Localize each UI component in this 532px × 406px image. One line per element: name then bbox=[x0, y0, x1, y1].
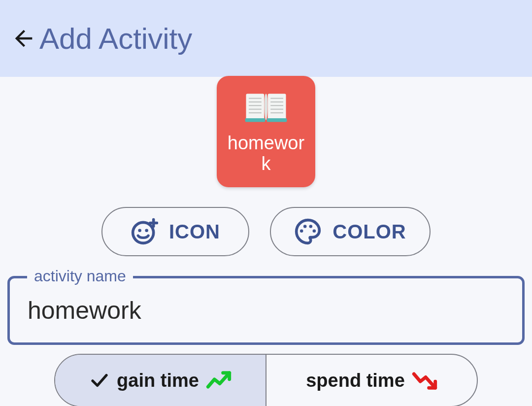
back-button[interactable] bbox=[10, 25, 37, 52]
segment-gain-time[interactable]: gain time bbox=[55, 355, 266, 406]
trend-up-icon bbox=[206, 368, 232, 393]
svg-rect-2 bbox=[245, 118, 265, 122]
time-type-segmented: gain time spend time bbox=[54, 354, 478, 406]
segment-gain-label: gain time bbox=[117, 370, 199, 391]
page-title: Add Activity bbox=[39, 22, 192, 56]
color-button-label: COLOR bbox=[332, 221, 406, 243]
activity-preview-card: homework bbox=[217, 76, 315, 187]
svg-rect-3 bbox=[267, 118, 287, 122]
activity-name-label: activity name bbox=[27, 267, 133, 285]
svg-point-14 bbox=[133, 222, 154, 243]
svg-rect-1 bbox=[268, 94, 286, 120]
check-icon bbox=[89, 370, 110, 391]
svg-point-22 bbox=[313, 230, 316, 233]
header-bar: Add Activity bbox=[0, 0, 532, 77]
color-picker-button[interactable]: COLOR bbox=[270, 207, 431, 256]
icon-picker-button[interactable]: ICON bbox=[101, 207, 249, 256]
palette-icon bbox=[294, 218, 322, 245]
svg-point-19 bbox=[300, 230, 303, 233]
open-book-icon bbox=[243, 86, 289, 131]
segment-spend-time[interactable]: spend time bbox=[266, 355, 477, 406]
activity-name-field-wrap: activity name bbox=[7, 276, 525, 345]
arrow-left-icon bbox=[11, 26, 36, 51]
svg-point-21 bbox=[309, 225, 313, 228]
svg-point-15 bbox=[138, 229, 141, 232]
trend-down-icon bbox=[412, 368, 437, 393]
pill-row: ICON COLOR bbox=[101, 207, 431, 256]
activity-name-input[interactable] bbox=[7, 276, 525, 345]
icon-button-label: ICON bbox=[169, 221, 220, 243]
segment-spend-label: spend time bbox=[306, 370, 405, 391]
smiley-plus-icon bbox=[131, 218, 158, 245]
content-area: homework ICON COL bbox=[0, 77, 532, 406]
svg-point-16 bbox=[145, 229, 148, 232]
svg-rect-0 bbox=[246, 94, 265, 120]
svg-point-20 bbox=[303, 225, 307, 228]
activity-preview-label: homework bbox=[221, 133, 311, 174]
